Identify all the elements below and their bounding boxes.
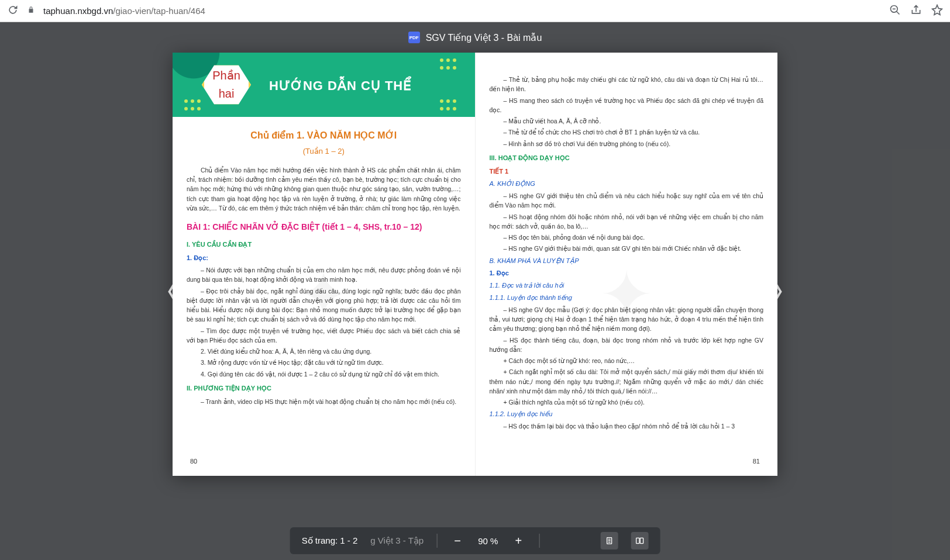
section-B: B. KHÁM PHÁ VÀ LUYỆN TẬP	[490, 256, 764, 266]
section-banner: Phần hai HƯỚNG DẪN CỤ THỂ	[173, 53, 475, 117]
lesson-title: BÀI 1: CHIẾC NHÃN VỞ ĐẶC BIỆT (tiết 1 – …	[187, 221, 461, 234]
svg-line-1	[897, 11, 900, 14]
topic-heading: Chủ điểm 1. VÀO NĂM HỌC MỚI	[187, 129, 461, 143]
intro-paragraph: Chủ điểm Vào năm học mới hướng đến việc …	[187, 165, 461, 213]
viewer-title-bar: PDF SGV Tiếng Việt 3 - Bài mẫu	[0, 26, 950, 49]
zoom-level: 90 %	[478, 536, 498, 546]
two-page-view-button[interactable]	[631, 532, 648, 549]
page-number: 81	[753, 457, 760, 466]
svg-rect-7	[636, 538, 639, 543]
reload-button[interactable]	[7, 4, 19, 18]
lock-icon	[27, 6, 35, 16]
page-spread: ✦ Phần hai HƯỚNG DẪN CỤ THỂ Chủ điểm 1. …	[173, 53, 777, 476]
svg-rect-8	[640, 538, 643, 543]
address-bar[interactable]: taphuan.nxbgd.vn/giao-vien/tap-huan/464	[43, 6, 881, 16]
week-label: (Tuần 1 – 2)	[187, 146, 461, 157]
page-80: ✦ Phần hai HƯỚNG DẪN CỤ THỂ Chủ điểm 1. …	[173, 53, 476, 476]
zoom-in-button[interactable]: +	[511, 533, 526, 548]
single-page-view-button[interactable]	[600, 532, 618, 549]
section-2: II. PHƯƠNG TIỆN DẠY HỌC	[187, 383, 461, 393]
share-icon[interactable]	[910, 4, 922, 18]
browser-chrome: taphuan.nxbgd.vn/giao-vien/tap-huan/464	[0, 0, 950, 22]
tiet-label: TIẾT 1	[490, 167, 764, 177]
zoom-out-button[interactable]: −	[450, 533, 465, 548]
toolbar-filename-fragment: g Việt 3 - Tập	[370, 535, 424, 546]
section-1: I. YÊU CẦU CẦN ĐẠT	[187, 240, 461, 250]
viewer-toolbar: Số trang: 1 - 2 g Việt 3 - Tập − 90 % +	[290, 527, 660, 554]
pdf-viewer: PDF SGV Tiếng Việt 3 - Bài mẫu ✦ Phần ha…	[0, 26, 950, 560]
section-3: III. HOẠT ĐỘNG DẠY HỌC	[490, 153, 764, 163]
page-label: Số trang: 1 - 2	[302, 535, 358, 546]
zoom-icon[interactable]	[889, 4, 901, 18]
banner-title: HƯỚNG DẪN CỤ THỂ	[269, 76, 412, 96]
page-number: 80	[190, 457, 197, 466]
document-title: SGV Tiếng Việt 3 - Bài mẫu	[426, 32, 542, 43]
page-81: ✦ – Thẻ từ, bảng phụ hoặc máy chiếu ghi …	[476, 53, 778, 476]
section-A: A. KHỞI ĐỘNG	[490, 179, 764, 189]
section-1-1: 1. Đọc:	[187, 253, 461, 263]
pdf-icon: PDF	[408, 32, 420, 43]
star-icon[interactable]	[931, 4, 943, 18]
